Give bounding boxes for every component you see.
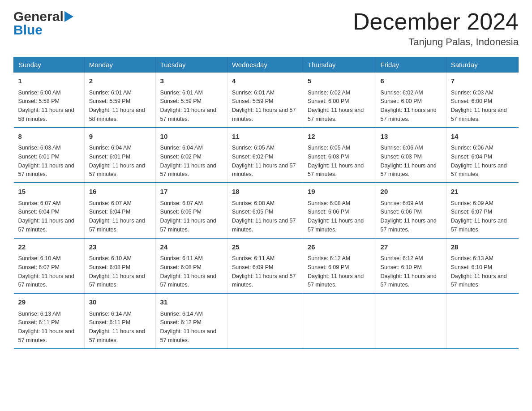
day-number: 16 xyxy=(89,187,151,197)
logo-triangle-icon xyxy=(64,11,73,22)
calendar-cell: 14 Sunrise: 6:06 AMSunset: 6:04 PMDaylig… xyxy=(446,128,518,183)
day-number: 26 xyxy=(308,242,371,253)
logo-blue-text: Blue xyxy=(13,22,43,38)
calendar-cell: 28 Sunrise: 6:13 AMSunset: 6:10 PMDaylig… xyxy=(446,238,518,294)
day-info: Sunrise: 6:06 AMSunset: 6:03 PMDaylight:… xyxy=(381,145,437,177)
calendar-cell: 15 Sunrise: 6:07 AMSunset: 6:04 PMDaylig… xyxy=(14,183,85,238)
calendar-cell: 21 Sunrise: 6:09 AMSunset: 6:07 PMDaylig… xyxy=(446,183,518,238)
day-info: Sunrise: 6:03 AMSunset: 6:00 PMDaylight:… xyxy=(451,90,507,122)
day-number: 17 xyxy=(160,187,223,197)
day-number: 11 xyxy=(232,132,298,142)
day-info: Sunrise: 6:13 AMSunset: 6:10 PMDaylight:… xyxy=(451,255,507,288)
svg-marker-0 xyxy=(64,11,73,22)
day-info: Sunrise: 6:02 AMSunset: 6:00 PMDaylight:… xyxy=(308,90,364,122)
logo-combined: General Blue xyxy=(13,9,74,38)
day-info: Sunrise: 6:12 AMSunset: 6:10 PMDaylight:… xyxy=(381,255,437,288)
calendar-cell xyxy=(303,293,376,349)
calendar-cell: 20 Sunrise: 6:09 AMSunset: 6:06 PMDaylig… xyxy=(376,183,446,238)
col-tuesday: Tuesday xyxy=(155,57,227,73)
calendar-cell: 3 Sunrise: 6:01 AMSunset: 5:59 PMDayligh… xyxy=(155,73,227,128)
title-section: December 2024 Tanjung Palas, Indonesia xyxy=(353,9,519,48)
logo-general-text: General xyxy=(13,9,64,24)
col-monday: Monday xyxy=(84,57,155,73)
day-number: 6 xyxy=(381,76,442,86)
day-number: 19 xyxy=(308,187,371,197)
day-info: Sunrise: 6:09 AMSunset: 6:07 PMDaylight:… xyxy=(451,200,507,233)
logo: General Blue xyxy=(13,9,74,38)
day-info: Sunrise: 6:05 AMSunset: 6:02 PMDaylight:… xyxy=(232,145,296,177)
day-info: Sunrise: 6:10 AMSunset: 6:07 PMDaylight:… xyxy=(18,255,74,288)
calendar-cell: 30 Sunrise: 6:14 AMSunset: 6:11 PMDaylig… xyxy=(84,293,155,349)
day-info: Sunrise: 6:04 AMSunset: 6:01 PMDaylight:… xyxy=(89,145,145,177)
calendar-cell: 7 Sunrise: 6:03 AMSunset: 6:00 PMDayligh… xyxy=(446,73,518,128)
day-number: 24 xyxy=(160,242,223,253)
calendar-cell: 18 Sunrise: 6:08 AMSunset: 6:05 PMDaylig… xyxy=(227,183,303,238)
day-number: 29 xyxy=(18,297,80,308)
day-number: 5 xyxy=(308,76,371,86)
calendar-cell: 27 Sunrise: 6:12 AMSunset: 6:10 PMDaylig… xyxy=(376,238,446,294)
calendar-cell: 29 Sunrise: 6:13 AMSunset: 6:11 PMDaylig… xyxy=(14,293,85,349)
calendar-cell: 12 Sunrise: 6:05 AMSunset: 6:03 PMDaylig… xyxy=(303,128,376,183)
calendar-week-row: 29 Sunrise: 6:13 AMSunset: 6:11 PMDaylig… xyxy=(14,293,519,349)
calendar-cell: 9 Sunrise: 6:04 AMSunset: 6:01 PMDayligh… xyxy=(84,128,155,183)
day-number: 15 xyxy=(18,187,80,197)
calendar-cell: 10 Sunrise: 6:04 AMSunset: 6:02 PMDaylig… xyxy=(155,128,227,183)
col-thursday: Thursday xyxy=(303,57,376,73)
calendar-cell: 11 Sunrise: 6:05 AMSunset: 6:02 PMDaylig… xyxy=(227,128,303,183)
col-saturday: Saturday xyxy=(446,57,518,73)
day-info: Sunrise: 6:08 AMSunset: 6:06 PMDaylight:… xyxy=(308,200,364,233)
col-friday: Friday xyxy=(376,57,446,73)
col-sunday: Sunday xyxy=(14,57,85,73)
day-info: Sunrise: 6:14 AMSunset: 6:11 PMDaylight:… xyxy=(89,311,145,343)
day-number: 30 xyxy=(89,297,151,308)
calendar-cell: 13 Sunrise: 6:06 AMSunset: 6:03 PMDaylig… xyxy=(376,128,446,183)
calendar-week-row: 22 Sunrise: 6:10 AMSunset: 6:07 PMDaylig… xyxy=(14,238,519,294)
day-info: Sunrise: 6:03 AMSunset: 6:01 PMDaylight:… xyxy=(18,145,74,177)
day-number: 7 xyxy=(451,76,514,86)
day-number: 31 xyxy=(160,297,223,308)
calendar-cell: 26 Sunrise: 6:12 AMSunset: 6:09 PMDaylig… xyxy=(303,238,376,294)
day-number: 25 xyxy=(232,242,298,253)
day-info: Sunrise: 6:07 AMSunset: 6:05 PMDaylight:… xyxy=(160,200,216,233)
day-number: 21 xyxy=(451,187,514,197)
day-number: 2 xyxy=(89,76,151,86)
calendar-cell: 24 Sunrise: 6:11 AMSunset: 6:08 PMDaylig… xyxy=(155,238,227,294)
day-info: Sunrise: 6:13 AMSunset: 6:11 PMDaylight:… xyxy=(18,311,74,343)
col-wednesday: Wednesday xyxy=(227,57,303,73)
calendar-cell: 4 Sunrise: 6:01 AMSunset: 5:59 PMDayligh… xyxy=(227,73,303,128)
calendar-cell: 6 Sunrise: 6:02 AMSunset: 6:00 PMDayligh… xyxy=(376,73,446,128)
day-info: Sunrise: 6:14 AMSunset: 6:12 PMDaylight:… xyxy=(160,311,216,343)
day-number: 4 xyxy=(232,76,298,86)
day-info: Sunrise: 6:10 AMSunset: 6:08 PMDaylight:… xyxy=(89,255,145,288)
calendar-week-row: 8 Sunrise: 6:03 AMSunset: 6:01 PMDayligh… xyxy=(14,128,519,183)
day-number: 9 xyxy=(89,132,151,142)
header-row: Sunday Monday Tuesday Wednesday Thursday… xyxy=(14,57,519,73)
calendar-cell: 22 Sunrise: 6:10 AMSunset: 6:07 PMDaylig… xyxy=(14,238,85,294)
day-info: Sunrise: 6:08 AMSunset: 6:05 PMDaylight:… xyxy=(232,200,296,233)
calendar-cell: 1 Sunrise: 6:00 AMSunset: 5:58 PMDayligh… xyxy=(14,73,85,128)
calendar-cell: 5 Sunrise: 6:02 AMSunset: 6:00 PMDayligh… xyxy=(303,73,376,128)
day-info: Sunrise: 6:11 AMSunset: 6:08 PMDaylight:… xyxy=(160,255,216,288)
day-number: 22 xyxy=(18,242,80,253)
day-info: Sunrise: 6:11 AMSunset: 6:09 PMDaylight:… xyxy=(232,255,296,288)
day-info: Sunrise: 6:01 AMSunset: 5:59 PMDaylight:… xyxy=(89,90,145,122)
day-number: 20 xyxy=(381,187,442,197)
calendar-cell xyxy=(376,293,446,349)
day-number: 13 xyxy=(381,132,442,142)
day-number: 10 xyxy=(160,132,223,142)
day-info: Sunrise: 6:05 AMSunset: 6:03 PMDaylight:… xyxy=(308,145,364,177)
calendar-body: 1 Sunrise: 6:00 AMSunset: 5:58 PMDayligh… xyxy=(14,73,519,349)
day-number: 27 xyxy=(381,242,442,253)
day-info: Sunrise: 6:01 AMSunset: 5:59 PMDaylight:… xyxy=(232,90,296,122)
day-info: Sunrise: 6:07 AMSunset: 6:04 PMDaylight:… xyxy=(89,200,145,233)
calendar-cell: 16 Sunrise: 6:07 AMSunset: 6:04 PMDaylig… xyxy=(84,183,155,238)
calendar-header: Sunday Monday Tuesday Wednesday Thursday… xyxy=(14,57,519,73)
calendar-cell xyxy=(446,293,518,349)
location-text: Tanjung Palas, Indonesia xyxy=(353,36,519,48)
calendar-cell: 2 Sunrise: 6:01 AMSunset: 5:59 PMDayligh… xyxy=(84,73,155,128)
day-info: Sunrise: 6:07 AMSunset: 6:04 PMDaylight:… xyxy=(18,200,74,233)
day-info: Sunrise: 6:06 AMSunset: 6:04 PMDaylight:… xyxy=(451,145,507,177)
calendar-table: Sunday Monday Tuesday Wednesday Thursday… xyxy=(13,57,519,349)
day-number: 8 xyxy=(18,132,80,142)
calendar-cell: 31 Sunrise: 6:14 AMSunset: 6:12 PMDaylig… xyxy=(155,293,227,349)
